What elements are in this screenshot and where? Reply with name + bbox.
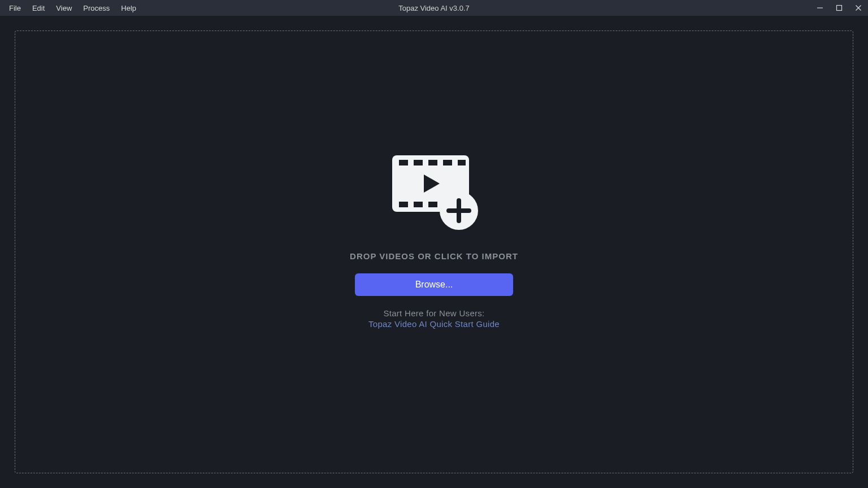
- workspace: DROP VIDEOS OR CLICK TO IMPORT Browse...…: [0, 16, 868, 488]
- svg-rect-5: [399, 160, 408, 165]
- app-title: Topaz Video AI v3.0.7: [398, 4, 470, 12]
- new-user-hint: Start Here for New Users: Topaz Video AI…: [368, 308, 500, 329]
- svg-rect-6: [414, 160, 423, 165]
- menu-process[interactable]: Process: [77, 2, 115, 15]
- svg-rect-8: [443, 160, 452, 165]
- menu-help[interactable]: Help: [115, 2, 142, 15]
- close-button[interactable]: [849, 0, 868, 16]
- hint-label: Start Here for New Users:: [368, 308, 500, 318]
- film-add-icon: [389, 153, 479, 232]
- menu-view[interactable]: View: [50, 2, 77, 15]
- svg-rect-11: [414, 202, 423, 207]
- minimize-button[interactable]: [810, 0, 830, 16]
- window-controls: [810, 0, 868, 16]
- minimize-icon: [817, 5, 823, 11]
- svg-rect-12: [428, 202, 437, 207]
- drop-zone[interactable]: DROP VIDEOS OR CLICK TO IMPORT Browse...…: [15, 30, 853, 473]
- menu-bar: File Edit View Process Help: [0, 2, 142, 15]
- svg-rect-9: [458, 160, 466, 165]
- maximize-icon: [836, 5, 843, 11]
- drop-content: DROP VIDEOS OR CLICK TO IMPORT Browse...…: [350, 153, 518, 329]
- title-bar: File Edit View Process Help Topaz Video …: [0, 0, 868, 16]
- browse-button[interactable]: Browse...: [355, 273, 513, 296]
- menu-edit[interactable]: Edit: [27, 2, 50, 15]
- drop-instruction: DROP VIDEOS OR CLICK TO IMPORT: [350, 251, 518, 261]
- svg-rect-10: [399, 202, 408, 207]
- quick-start-guide-link[interactable]: Topaz Video AI Quick Start Guide: [368, 319, 500, 329]
- maximize-button[interactable]: [830, 0, 849, 16]
- svg-rect-1: [837, 6, 842, 11]
- close-icon: [855, 5, 862, 11]
- svg-rect-7: [428, 160, 437, 165]
- menu-file[interactable]: File: [3, 2, 27, 15]
